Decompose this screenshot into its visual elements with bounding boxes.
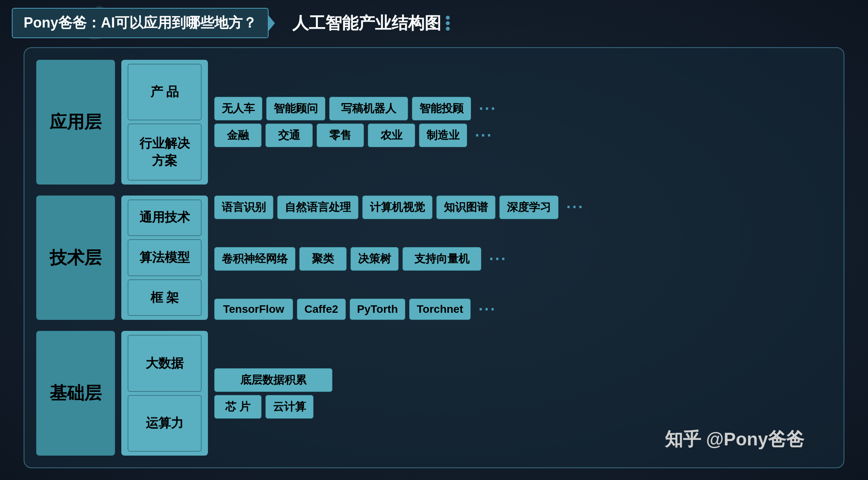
category-algorithm-text: 算法模型 (139, 249, 190, 266)
item-robo-advisor-text: 智能投顾 (419, 101, 464, 116)
item-clustering: 聚类 (299, 247, 347, 271)
item-manufacturing-text: 制造业 (427, 128, 460, 143)
item-chip-text: 芯 片 (225, 399, 250, 414)
item-manufacturing: 制造业 (419, 124, 467, 147)
tech-more-dots-2: ··· (485, 250, 507, 268)
item-driverless-text: 无人车 (222, 101, 255, 116)
category-framework-text: 框 架 (150, 289, 179, 306)
application-layer-row: 应用层 产 品 行业解决方案 无人车 智能顾问 (36, 60, 832, 185)
layers-container: 应用层 产 品 行业解决方案 无人车 智能顾问 (36, 60, 832, 456)
item-decision-tree-text: 决策树 (358, 251, 391, 266)
category-industry: 行业解决方案 (128, 124, 202, 180)
header: Pony爸爸：AI可以应用到哪些地方？ 人工智能产业结构图 (12, 8, 856, 38)
category-compute: 运算力 (128, 395, 202, 452)
item-svm: 支持向量机 (402, 247, 481, 271)
item-transport-text: 交通 (278, 128, 300, 143)
item-finance-text: 金融 (227, 128, 249, 143)
technology-layer-label: 技术层 (36, 196, 115, 320)
item-writer-robot: 写稿机器人 (329, 97, 408, 120)
item-pytorth-text: PyTorth (357, 303, 398, 316)
item-cnn-text: 卷积神经网络 (222, 251, 288, 266)
category-product: 产 品 (128, 64, 202, 120)
category-compute-text: 运算力 (146, 415, 184, 432)
item-deep-learning: 深度学习 (499, 196, 558, 219)
watermark: 知乎 @Pony爸爸 (665, 427, 804, 452)
question-box: Pony爸爸：AI可以应用到哪些地方？ (12, 8, 269, 38)
item-cv-text: 计算机视觉 (370, 200, 425, 215)
tech-items-row3: TensorFlow Caffe2 PyTorth Torchnet ··· (214, 299, 832, 320)
question-label: Pony爸爸：AI可以应用到哪些地方？ (24, 15, 257, 31)
item-cnn: 卷积神经网络 (214, 247, 295, 271)
item-torchnet-text: Torchnet (417, 303, 463, 316)
item-driverless: 无人车 (214, 97, 262, 120)
technology-items: 语言识别 自然语言处理 计算机视觉 知识图谱 深度学习 ··· (214, 196, 832, 320)
category-bigdata-text: 大数据 (146, 355, 184, 372)
item-torchnet: Torchnet (409, 299, 471, 320)
tech-more-dots-1: ··· (562, 198, 584, 216)
item-data-accumulation: 底层数据积累 (214, 368, 332, 392)
application-layer-label: 应用层 (36, 60, 115, 185)
foundation-layer-label: 基础层 (36, 331, 115, 456)
category-algorithm: 算法模型 (128, 239, 202, 276)
item-pytorth: PyTorth (350, 299, 406, 320)
item-retail: 零售 (317, 124, 364, 147)
app-more-dots-2: ··· (471, 127, 493, 144)
application-categories: 产 品 行业解决方案 (121, 60, 208, 185)
item-kg-text: 知识图谱 (444, 200, 488, 215)
item-nlp: 自然语言处理 (277, 196, 358, 219)
foundation-items-row2: 芯 片 云计算 (214, 395, 832, 419)
content-area: 应用层 产 品 行业解决方案 无人车 智能顾问 (24, 47, 844, 468)
item-kg: 知识图谱 (436, 196, 495, 219)
category-industry-text: 行业解决方案 (136, 135, 193, 170)
item-transport: 交通 (265, 124, 313, 147)
foundation-categories: 大数据 运算力 (121, 331, 208, 456)
item-decision-tree: 决策树 (351, 247, 399, 271)
category-framework: 框 架 (128, 279, 202, 316)
item-finance: 金融 (214, 124, 262, 147)
tech-more-dots-3: ··· (475, 301, 496, 318)
item-deep-learning-text: 深度学习 (507, 200, 551, 215)
item-chip: 芯 片 (214, 395, 262, 419)
category-general-tech: 通用技术 (128, 199, 202, 236)
main-title-text: 人工智能产业结构图 (292, 12, 441, 34)
category-general-tech-text: 通用技术 (139, 209, 190, 226)
item-tensorflow: TensorFlow (214, 299, 293, 320)
item-agriculture-text: 农业 (380, 128, 402, 143)
technology-categories: 通用技术 算法模型 框 架 (121, 196, 208, 320)
item-advisor-text: 智能顾问 (274, 101, 318, 116)
title-decoration (446, 16, 450, 31)
item-clustering-text: 聚类 (312, 251, 334, 266)
application-items-row2: 金融 交通 零售 农业 制造业 ··· (214, 124, 832, 147)
foundation-label-text: 基础层 (50, 382, 102, 405)
tech-items-row2: 卷积神经网络 聚类 决策树 支持向量机 ··· (214, 247, 832, 271)
item-lang-recog-text: 语言识别 (222, 200, 266, 215)
application-items-row1: 无人车 智能顾问 写稿机器人 智能投顾 ··· (214, 97, 832, 120)
application-label-text: 应用层 (50, 111, 102, 134)
technology-label-text: 技术层 (50, 246, 102, 270)
category-bigdata: 大数据 (128, 335, 202, 391)
tech-items-row1: 语言识别 自然语言处理 计算机视觉 知识图谱 深度学习 ··· (214, 196, 832, 219)
category-product-text: 产 品 (150, 83, 179, 101)
item-cloud-text: 云计算 (273, 399, 306, 414)
item-caffe2: Caffe2 (297, 299, 346, 320)
item-caffe2-text: Caffe2 (304, 303, 338, 316)
item-tensorflow-text: TensorFlow (223, 303, 284, 316)
item-nlp-text: 自然语言处理 (285, 200, 351, 215)
item-svm-text: 支持向量机 (414, 251, 469, 266)
item-cloud: 云计算 (265, 395, 313, 419)
item-cv: 计算机视觉 (362, 196, 432, 219)
item-robo-advisor: 智能投顾 (412, 97, 471, 120)
item-advisor: 智能顾问 (266, 97, 325, 120)
item-writer-robot-text: 写稿机器人 (341, 101, 396, 116)
item-retail-text: 零售 (329, 128, 351, 143)
item-data-accumulation-text: 底层数据积累 (240, 373, 306, 388)
item-agriculture: 农业 (368, 124, 415, 147)
item-lang-recog: 语言识别 (214, 196, 273, 219)
application-items: 无人车 智能顾问 写稿机器人 智能投顾 ··· 金融 (214, 60, 832, 185)
main-title-area: 人工智能产业结构图 (292, 12, 450, 34)
app-more-dots-1: ··· (475, 100, 497, 118)
technology-layer-row: 技术层 通用技术 算法模型 框 架 语言识别 (36, 196, 832, 320)
foundation-items-row1: 底层数据积累 (214, 368, 832, 392)
